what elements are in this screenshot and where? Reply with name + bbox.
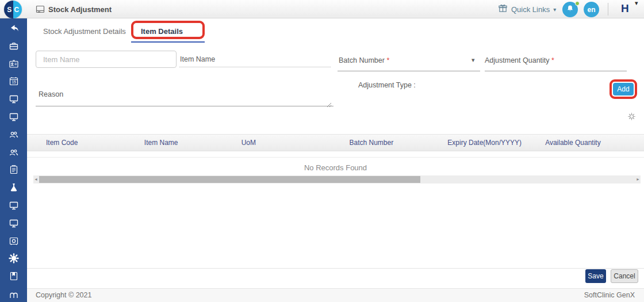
action-bar-divider [27,268,644,269]
tab-item-details[interactable]: Item Details [141,27,183,36]
users-icon[interactable] [9,147,19,158]
journal-icon [36,5,45,14]
copyright-text: Copyright © 2021 [36,291,91,299]
lab-flask-icon[interactable] [9,182,19,193]
table-body-divider [27,157,644,158]
required-marker: * [386,56,389,64]
gift-icon [498,3,508,15]
column-header-uom: UoM [233,135,336,151]
logo-letter-s: S [4,1,13,18]
batch-number-select-field[interactable] [338,71,480,71]
stock-adjustment-page: S C Stock Adjustment Quick Links ▾ [0,0,644,302]
user-menu[interactable]: H [621,2,629,15]
adjustment-quantity-field[interactable] [485,71,627,71]
items-table-header: Item Code Item Name UoM Batch Number Exp… [27,134,644,151]
topbar-divider [608,3,608,16]
users-icon[interactable] [9,129,19,140]
monitor-icon[interactable] [9,94,19,104]
adjustment-quantity-label: Adjustment Quantity * [485,56,554,64]
quick-links-label: Quick Links [511,5,550,14]
safe-icon[interactable] [9,236,19,246]
svg-text:15: 15 [12,81,16,85]
tab-stock-adjustment-details[interactable]: Stock Adjustment Details [43,27,126,36]
add-button[interactable]: Add [613,83,634,95]
brand-text: SoftClinic GenX [584,291,635,299]
briefcase-icon[interactable] [9,41,19,51]
back-arrow-icon[interactable] [9,23,19,33]
id-card-icon[interactable] [9,59,19,69]
column-header-available-quantity: Available Quantity [541,135,644,151]
user-menu-caret-icon[interactable]: ▾ [635,0,638,7]
scroll-right-arrow-icon[interactable]: ► [636,175,640,184]
item-name-display-field [179,59,331,67]
settings-gear-icon[interactable] [9,253,19,263]
required-marker: * [551,56,554,64]
horizontal-scrollbar[interactable]: ◄ ► [33,175,641,184]
monitor-icon[interactable] [9,200,19,211]
book-icon[interactable] [9,271,19,281]
language-selector[interactable]: en [584,2,599,17]
reason-label: Reason [39,90,63,98]
reason-textarea[interactable]: Reason [36,86,334,106]
resize-handle-icon[interactable] [327,100,332,105]
quick-links-menu[interactable]: Quick Links ▾ [498,0,556,18]
stethoscope-icon[interactable] [9,289,19,299]
column-header-expiry-date: Expiry Date(Mon/YYYY) [438,135,541,151]
bell-icon [566,4,574,15]
language-label: en [587,6,595,14]
logo-letter-c: C [13,1,22,18]
active-tab-underline [131,41,205,43]
main-content: Stock Adjustment Details Item Details It… [27,18,644,302]
save-button[interactable]: Save [585,269,606,283]
batch-number-dropdown-icon[interactable]: ▾ [471,56,475,64]
softclinic-logo[interactable]: S C [4,1,22,18]
column-settings-gear-icon[interactable] [627,112,636,121]
sidebar-nav: 15 [0,18,27,302]
monitor-icon[interactable] [9,218,19,228]
empty-table-message: No Records Found [27,163,644,172]
batch-number-label: Batch Number * [339,56,389,64]
item-name-search-input[interactable] [36,51,177,68]
chevron-down-icon: ▾ [553,6,556,13]
clipboard-icon[interactable] [9,165,19,175]
cancel-button[interactable]: Cancel [611,269,638,283]
adjustment-type-label: Adjustment Type : [358,81,416,89]
scrollbar-thumb[interactable] [39,176,420,183]
footer-bar: Copyright © 2021 SoftClinic GenX [27,288,644,302]
column-header-batch-number: Batch Number [335,135,438,151]
top-bar: S C Stock Adjustment Quick Links ▾ [0,0,644,18]
scroll-left-arrow-icon[interactable]: ◄ [34,175,38,184]
calendar-15-icon[interactable]: 15 [9,76,19,86]
column-header-item-code: Item Code [27,135,130,151]
monitor-icon[interactable] [9,112,19,122]
notification-status-dot [575,1,580,6]
page-title: Stock Adjustment [48,5,112,14]
column-header-item-name: Item Name [130,135,233,151]
